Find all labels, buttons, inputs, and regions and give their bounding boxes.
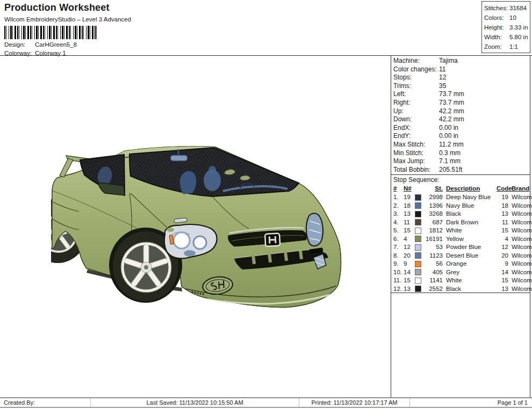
stop-swatch-cell [415,218,423,227]
stop-seq-number: 6. [393,235,404,244]
stop-needle-number: 19 [404,193,415,202]
stop-seq-number: 9. [393,260,404,268]
machine-info-label: Up: [393,107,439,116]
machine-info-value: 205.51ft [439,166,462,174]
created-by-cell: Created By: [0,398,91,407]
machine-info-row: EndX: 0.00 in [393,124,528,133]
thread-brand: Wilcom [508,202,532,210]
thread-color-swatch [415,219,421,225]
machine-info-label: Down: [393,115,439,124]
thread-brand: Wilcom [508,235,532,244]
machine-info-row: Right: 73.7 mm [393,99,528,107]
stop-table-row: 2. 18 1396 Navy Blue 18 Wilcom [393,202,529,210]
machine-info-label: Left: [393,90,439,99]
stop-stitch-count: 1812 [423,227,443,235]
stop-table-row: 7. 12 53 Powder Blue 12 Wilcom [393,243,529,252]
stats-row: Height: 3.33 in [484,23,530,32]
stop-sequence-title: Stop Sequence: [393,176,529,184]
stop-table-row: 5. 15 1812 White 15 Wilcom [393,227,529,235]
col-header-brand: Brand [508,185,532,193]
stop-stitch-count: 53 [423,243,443,252]
stop-table-header: # N# St. Description Code Brand [393,184,529,193]
stop-table-rows: 1. 19 2998 Deep Navy Blue 19 Wilcom 2. 1… [393,193,529,293]
stop-swatch-cell [415,227,423,235]
machine-info-label: Max Stitch: [393,141,439,149]
stop-stitch-count: 687 [423,218,443,227]
thread-color-swatch [415,252,421,259]
stop-seq-number: 7. [393,243,404,252]
thread-brand: Wilcom [508,285,532,294]
thread-brand: Wilcom [508,268,532,277]
stats-label: Height: [484,23,509,32]
machine-info-label: Min Stitch: [393,149,439,158]
driver-seat [180,171,196,194]
thread-color-swatch [415,228,421,234]
stop-needle-number: 20 [404,252,415,260]
stop-needle-number: 9 [404,260,415,268]
stop-stitch-count: 3268 [423,210,443,218]
thread-code: 14 [497,268,508,277]
machine-info-label: Total Bobbin: [393,166,439,174]
stop-sequence-section: Stop Sequence: # N# St. Description Code… [393,176,529,293]
production-worksheet-page: Production Worksheet Wilcom EmbroiderySt… [0,0,532,409]
thread-description: Navy Blue [443,202,497,210]
thread-description: Grey [443,268,497,277]
stats-label: Width: [484,32,509,42]
machine-info-label: Right: [393,99,439,107]
stop-swatch-cell [415,193,423,202]
machine-info-label: Max Jump: [393,157,439,166]
honda-logo [265,233,280,246]
thread-code: 19 [497,193,508,202]
machine-info-label: Machine: [393,57,439,65]
stop-needle-number: 15 [404,276,415,285]
machine-info-label: Color changes: [393,65,439,74]
stats-label: Stitches: [484,3,509,13]
thread-description: Black [443,210,497,218]
stop-seq-number: 10. [393,268,404,277]
stop-seq-number: 12. [393,285,404,294]
stop-swatch-cell [415,285,423,294]
stop-stitch-count: 16191 [423,235,443,244]
machine-info-row: Trims: 35 [393,82,528,91]
thread-code: 13 [497,210,508,218]
stop-swatch-cell [415,252,423,260]
col-header-needle: N# [404,185,415,193]
passenger-seat [204,170,221,191]
thread-color-swatch [415,244,421,251]
thread-code: 9 [497,260,508,268]
thread-brand: Wilcom [508,276,532,285]
design-row: Design: CarHGreen5_8 [4,41,131,48]
stop-table-row: 1. 19 2998 Deep Navy Blue 19 Wilcom [393,193,529,202]
stop-stitch-count: 2998 [423,193,443,202]
thread-color-swatch [415,261,421,267]
thread-brand: Wilcom [508,210,532,218]
stop-table-row: 6. 4 16191 Yellow 4 Wilcom [393,235,529,244]
thread-color-swatch [415,286,421,292]
machine-info-value: 12 [439,74,446,82]
machine-info-label: Trims: [393,82,439,91]
machine-info-value: 42.2 mm [439,115,464,124]
thread-color-swatch [415,194,421,201]
thread-brand: Wilcom [508,218,532,227]
worksheet-footer: Created By: Last Saved: 11/13/2022 10:15… [0,397,532,408]
stats-value: 5.80 in [509,32,528,42]
thread-brand: Wilcom [508,243,532,252]
machine-info-value: 35 [439,82,446,91]
thread-color-swatch [415,269,421,275]
design-value: CarHGreen5_8 [35,41,77,48]
stop-swatch-cell [415,268,423,277]
thread-description: Deep Navy Blue [443,193,497,202]
antenna-bump [240,176,250,180]
stop-needle-number: 11 [404,218,415,227]
machine-info-row: Max Stitch: 11.2 mm [393,141,528,149]
software-subtitle: Wilcom EmbroideryStudio – Level 3 Advanc… [4,16,131,23]
machine-info-value: 7.1 mm [439,157,461,166]
stop-stitch-count: 56 [423,260,443,268]
machine-info-row: Up: 42.2 mm [393,107,528,116]
design-preview-car [51,144,347,310]
stop-table-row: 12. 13 2552 Black 13 Wilcom [393,285,529,294]
stop-swatch-cell [415,276,423,285]
thread-code: 13 [497,285,508,294]
stop-swatch-cell [415,210,423,218]
stop-needle-number: 13 [404,285,415,294]
